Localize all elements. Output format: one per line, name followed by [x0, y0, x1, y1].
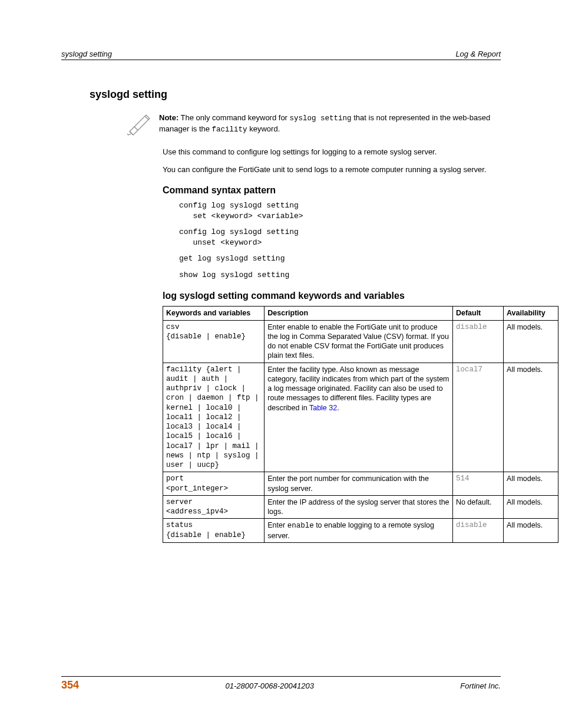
note-text-c: keyword.: [247, 124, 280, 133]
note-code-b: facility: [212, 126, 247, 134]
cell-def: local7: [452, 363, 503, 472]
body-para-1: Use this command to configure log settin…: [163, 147, 501, 157]
page-header: syslogd setting Log & Report: [61, 50, 501, 60]
cell-def: No default.: [452, 495, 503, 519]
note-code-a: syslog setting: [290, 114, 352, 123]
section-title: syslogd setting: [90, 88, 501, 101]
cell-avail: All models.: [504, 519, 558, 543]
cell-kw: port <port_integer>: [163, 472, 265, 496]
desc-code: enable: [287, 522, 314, 530]
th-keywords: Keywords and variables: [163, 307, 265, 320]
code-block-1: config log syslogd setting set <keyword>…: [179, 200, 501, 221]
page-footer: 354 01-28007-0068-20041203 Fortinet Inc.: [61, 676, 501, 691]
cell-avail: All models.: [504, 472, 558, 496]
note-icon: [126, 113, 152, 136]
cell-desc: Enter the IP address of the syslog serve…: [265, 495, 453, 519]
desc-pre: Enter: [267, 521, 287, 529]
cell-def: 514: [452, 472, 503, 496]
code-block-4: show log syslogd setting: [179, 270, 501, 281]
cell-avail: All models.: [504, 495, 558, 519]
code-block-2: config log syslogd setting unset <keywor…: [179, 227, 501, 248]
cell-avail: All models.: [504, 363, 558, 472]
cell-avail: All models.: [504, 320, 558, 363]
note-text-a: The only command keyword for: [178, 113, 289, 122]
th-default: Default: [452, 307, 503, 320]
cell-desc: Enter the facility type. Also known as m…: [265, 363, 453, 472]
desc-pre: Enter the facility type. Also known as m…: [267, 365, 449, 412]
table-row: facility {alert | audit | auth | authpri…: [163, 363, 558, 472]
page-number: 354: [61, 679, 79, 691]
cell-kw: csv {disable | enable}: [163, 320, 265, 363]
cell-desc: Enter enable to enable the FortiGate uni…: [265, 320, 453, 363]
footer-right: Fortinet Inc.: [460, 681, 501, 690]
table-row: csv {disable | enable} Enter enable to e…: [163, 320, 558, 363]
table-row: status {disable | enable} Enter enable t…: [163, 519, 558, 543]
subsection-command-syntax: Command syntax pattern: [163, 185, 501, 196]
note-text: Note: The only command keyword for syslo…: [159, 113, 501, 135]
cell-def: disable: [452, 320, 503, 363]
cell-desc: Enter enable to enable logging to a remo…: [265, 519, 453, 543]
cell-kw: server <address_ipv4>: [163, 495, 265, 519]
th-description: Description: [265, 307, 453, 320]
desc-link-table32[interactable]: Table 32: [309, 404, 337, 412]
note-prefix: Note:: [159, 113, 178, 122]
table-row: server <address_ipv4> Enter the IP addre…: [163, 495, 558, 519]
keywords-table: Keywords and variables Description Defau…: [163, 306, 558, 543]
note-block: Note: The only command keyword for syslo…: [126, 113, 501, 136]
th-availability: Availability: [504, 307, 558, 320]
desc-post: .: [337, 404, 339, 412]
cell-kw: status {disable | enable}: [163, 519, 265, 543]
header-left: syslogd setting: [61, 50, 112, 58]
table-header-row: Keywords and variables Description Defau…: [163, 307, 558, 320]
body-para-2: You can configure the FortiGate unit to …: [163, 164, 501, 175]
footer-center: 01-28007-0068-20041203: [226, 681, 314, 690]
table-row: port <port_integer> Enter the port numbe…: [163, 472, 558, 496]
code-block-3: get log syslogd setting: [179, 253, 501, 264]
cell-kw: facility {alert | audit | auth | authpri…: [163, 363, 265, 472]
header-right: Log & Report: [455, 50, 501, 58]
subsection-table-title: log syslogd setting command keywords and…: [163, 291, 501, 301]
cell-desc: Enter the port number for communication …: [265, 472, 453, 496]
cell-def: disable: [452, 519, 503, 543]
